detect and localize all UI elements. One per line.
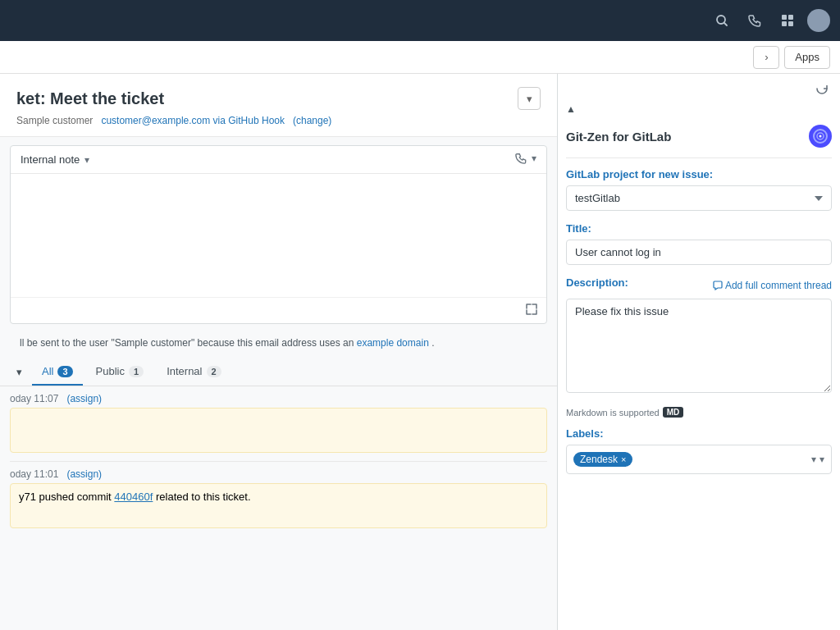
phone-icon[interactable] [742,7,768,34]
svg-rect-4 [782,21,787,26]
tab-filter-dropdown[interactable]: ▾ [10,361,29,383]
labels-label: Labels: [566,427,832,440]
refresh-button[interactable] [812,79,832,102]
tab-internal-badge: 2 [207,366,221,377]
labels-chevron-down-icon[interactable]: ▾ [811,454,816,465]
main-area: ket: Meet the ticket ▾ Sample customer c… [0,74,840,630]
tab-internal-label: Internal [167,365,202,377]
reply-toolbar: Internal note ▾ ▾ [11,146,546,174]
svg-rect-5 [788,21,793,26]
ticket-meta: Sample customer customer@example.com via… [16,115,541,126]
top-navbar [0,0,840,41]
timeline-assign-link-2[interactable]: (assign) [66,468,102,480]
add-comment-label: Add full comment thread [725,280,832,291]
labels-field: Labels: Zendesk × ▾ ▾ [566,427,832,474]
timeline-divider [10,461,547,462]
timeline-meta-1: oday 11:07 (assign) [10,393,547,404]
timeline: oday 11:07 (assign) oday 11:01 (assign) [0,386,557,630]
label-zendesk-text: Zendesk [580,454,618,465]
labels-dropdown-icons[interactable]: ▾ ▾ [811,454,824,465]
issue-description-field: Description: Add full comment thread Ple… [566,276,832,395]
svg-rect-2 [782,15,787,20]
ticket-panel: ket: Meet the ticket ▾ Sample customer c… [0,74,557,630]
ticket-email[interactable]: customer@example.com via GitHub Hook [101,115,285,126]
timeline-time-1: oday 11:07 [10,393,58,404]
tab-public-label: Public [96,365,125,377]
label-zendesk-remove[interactable]: × [621,455,626,464]
tab-all[interactable]: All 3 [32,358,83,386]
issue-title-input[interactable] [566,240,832,265]
markdown-badge: MD [663,407,684,418]
reply-dropdown-icon[interactable]: ▾ [532,153,536,167]
tab-public[interactable]: Public 1 [86,358,154,386]
gitzen-logo-icon [809,125,832,148]
ticket-change-link[interactable]: (change) [293,115,331,126]
reply-type-dropdown-icon[interactable]: ▾ [84,154,89,166]
timeline-item-2: oday 11:01 (assign) y71 pushed commit 44… [10,468,547,528]
ticket-customer: Sample customer [16,115,93,126]
warning-text: ll be sent to the user "Sample customer"… [20,337,354,349]
gitzen-title: Git-Zen for GitLab [566,130,671,144]
svg-point-8 [819,135,822,138]
collapse-sidebar-button[interactable]: › [753,46,779,69]
gitlab-project-field: GitLab project for new issue: testGitlab… [566,168,832,211]
gitlab-project-select[interactable]: testGitlab project2 project3 [566,185,832,211]
svg-line-1 [724,23,728,26]
markdown-label: Markdown is supported [566,408,660,418]
collapse-chevron-icon[interactable]: ▲ [566,103,576,115]
issue-description-textarea[interactable]: Please fix this issue [566,299,832,393]
issue-description-label: Description: [566,276,628,289]
tab-internal[interactable]: Internal 2 [157,358,231,386]
description-header: Description: Add full comment thread [566,276,832,294]
expand-icon[interactable] [525,303,538,318]
apps-button[interactable]: Apps [784,46,830,69]
label-zendesk: Zendesk × [573,452,632,467]
commit-link[interactable]: 440460f [114,491,153,503]
tabs-bar: ▾ All 3 Public 1 Internal 2 [0,358,557,386]
reply-body[interactable] [11,174,546,297]
warning-message: ll be sent to the user "Sample customer"… [10,332,547,354]
reply-area: Internal note ▾ ▾ [10,145,547,324]
ticket-header: ket: Meet the ticket ▾ Sample customer c… [0,74,557,137]
gitzen-panel: Git-Zen for GitLab GitLab project for ne… [558,118,840,630]
gitlab-project-label: GitLab project for new issue: [566,168,832,180]
sub-navbar: › Apps [0,41,840,74]
issue-title-label: Title: [566,222,832,235]
grid-icon[interactable] [774,7,801,34]
svg-rect-3 [788,15,793,20]
timeline-meta-2: oday 11:01 (assign) [10,468,547,480]
timeline-card-2-text: y71 pushed commit 440460f related to thi… [19,491,251,503]
user-avatar[interactable] [807,9,830,32]
right-sidebar: ▲ Git-Zen for GitLab GitLab project for … [557,74,840,630]
timeline-time-2: oday 11:01 [10,468,58,480]
labels-container[interactable]: Zendesk × ▾ ▾ [566,445,832,474]
ticket-title: ket: Meet the ticket [16,89,164,108]
reply-phone-icon[interactable] [515,153,527,167]
timeline-card-1 [10,408,547,453]
tab-public-badge: 1 [129,366,144,377]
issue-title-field: Title: [566,222,832,265]
add-comment-thread-link[interactable]: Add full comment thread [713,280,832,291]
gitzen-header: Git-Zen for GitLab [566,118,832,158]
sidebar-top-actions [558,74,840,102]
tab-all-badge: 3 [57,366,72,377]
sidebar-collapse-row: ▲ [558,102,840,118]
ticket-options-button[interactable]: ▾ [518,87,541,110]
warning-example-link[interactable]: example domain [357,337,429,349]
reply-footer [11,297,546,323]
timeline-item-1: oday 11:07 (assign) [10,393,547,453]
search-icon[interactable] [709,7,735,34]
markdown-note: Markdown is supported MD [566,407,832,418]
labels-chevron-down2-icon[interactable]: ▾ [819,454,824,465]
timeline-card-2: y71 pushed commit 440460f related to thi… [10,483,547,528]
timeline-assign-link-1[interactable]: (assign) [66,393,102,404]
tab-all-label: All [42,365,53,377]
warning-suffix: . [431,337,434,349]
reply-type-label: Internal note [21,153,80,166]
